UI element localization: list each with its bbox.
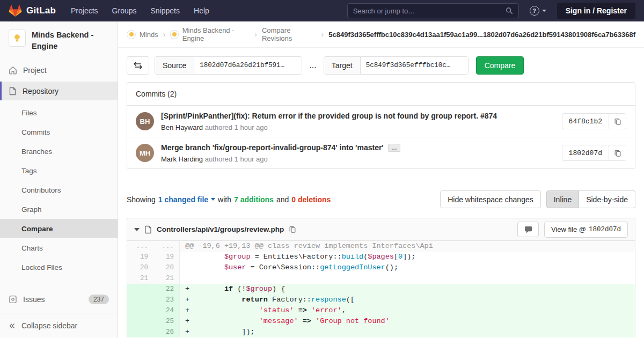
stats-with: with: [218, 195, 231, 204]
new-line-number[interactable]: 24: [153, 305, 180, 316]
old-line-number[interactable]: [127, 327, 153, 337]
code-line: + if (!$group) {: [180, 284, 635, 295]
search-icon[interactable]: [506, 7, 513, 14]
sign-in-button[interactable]: Sign in / Register: [557, 3, 635, 19]
commit-item: BH [Sprint/PinkPanther](fix): Return err…: [127, 106, 635, 137]
changed-files-dropdown[interactable]: 1 changed file: [158, 195, 215, 204]
source-input[interactable]: [194, 57, 302, 74]
sidebar-item-branches[interactable]: Branches: [0, 142, 118, 161]
issues-icon: [9, 295, 17, 304]
commit-author[interactable]: Mark Harding: [161, 155, 203, 163]
project-context[interactable]: Minds Backend - Engine: [0, 21, 118, 58]
gitlab-logo[interactable]: GitLab: [9, 4, 56, 17]
help-dropdown[interactable]: ?: [530, 6, 546, 16]
double-chevron-left-icon: [9, 322, 16, 329]
commit-title[interactable]: [Sprint/PinkPanther](fix): Return error …: [161, 112, 497, 120]
commit-author[interactable]: Ben Hayward: [161, 123, 203, 131]
nav-item-snippets[interactable]: Snippets: [145, 4, 185, 18]
sidebar-item-files[interactable]: Files: [0, 103, 118, 122]
new-line-number[interactable]: 19: [153, 252, 180, 262]
old-line-number[interactable]: ...: [127, 241, 153, 252]
commits-header: Commits (2): [127, 83, 635, 106]
gitlab-tanuki-icon: [9, 4, 22, 17]
sidebar-item-tags[interactable]: Tags: [0, 161, 118, 180]
commit-sha-group: 1802d07d: [562, 145, 626, 161]
nav-item-help[interactable]: Help: [188, 4, 215, 18]
nav-item-projects[interactable]: Projects: [65, 4, 104, 18]
breadcrumb-item-project[interactable]: Minds Backend - Engine: [170, 26, 250, 42]
code-line: [180, 273, 635, 284]
swap-revisions-button[interactable]: [127, 56, 149, 75]
copy-file-path-button[interactable]: [289, 225, 296, 233]
copy-sha-button[interactable]: [609, 114, 626, 129]
search-input[interactable]: [353, 7, 506, 15]
side-by-side-view-button[interactable]: Side-by-side: [579, 190, 635, 208]
new-line-number[interactable]: 20: [153, 262, 180, 273]
deletions-count: 0 deletions: [291, 195, 331, 204]
main-content: Minds › Minds Backend - Engine › Compare…: [118, 21, 644, 338]
old-line-number[interactable]: 19: [127, 252, 153, 262]
sidebar-item-project[interactable]: Project: [0, 61, 118, 79]
commit-sha[interactable]: 1802d07d: [562, 145, 609, 160]
old-line-number[interactable]: 20: [127, 262, 153, 273]
breadcrumb-item-minds[interactable]: Minds: [127, 30, 158, 39]
new-line-number[interactable]: 21: [153, 273, 180, 284]
commit-expander-button[interactable]: …: [388, 144, 400, 152]
collapse-sidebar-button[interactable]: Collapse sidebar: [0, 313, 118, 338]
code-line: $user = Core\Session::getLoggedInUser();: [180, 262, 635, 273]
sidebar-item-contributors[interactable]: Contributors: [0, 180, 118, 200]
repository-icon: [9, 87, 17, 95]
view-file-button[interactable]: View file @ 1802d07d: [544, 222, 628, 238]
sidebar-item-charts[interactable]: Charts: [0, 238, 118, 258]
code-line: + return Factory::response([: [180, 295, 635, 305]
sidebar-item-locked-files[interactable]: Locked Files: [0, 258, 118, 277]
new-line-number[interactable]: 26: [153, 327, 180, 337]
sidebar-item-issues[interactable]: Issues 237: [0, 290, 118, 308]
breadcrumb-link[interactable]: Minds Backend - Engine: [182, 26, 250, 42]
new-line-number[interactable]: 22: [153, 284, 180, 295]
collapse-file-caret-icon[interactable]: [134, 228, 140, 231]
copy-sha-button[interactable]: [609, 145, 626, 160]
old-line-number[interactable]: [127, 295, 153, 305]
nav-item-groups[interactable]: Groups: [107, 4, 142, 18]
view-file-sha: 1802d07d: [589, 226, 621, 233]
stats-and: and: [276, 195, 289, 204]
diff-stats-bar: Showing 1 changed file with 7 additions …: [118, 169, 644, 208]
old-line-number[interactable]: [127, 316, 153, 327]
global-search: [347, 3, 519, 18]
new-line-number[interactable]: 25: [153, 316, 180, 327]
commit-sha[interactable]: 64f8c1b2: [562, 114, 609, 129]
new-line-number[interactable]: ...: [153, 241, 180, 252]
diff-line: 24+ 'status' => 'error',: [127, 305, 635, 316]
sidebar-item-commits[interactable]: Commits: [0, 122, 118, 142]
file-path[interactable]: Controllers/api/v1/groups/review.php: [157, 225, 284, 233]
sidebar-item-graph[interactable]: Graph: [0, 200, 118, 219]
copy-icon: [614, 117, 621, 126]
hide-whitespace-button[interactable]: Hide whitespace changes: [440, 190, 541, 208]
breadcrumb-link[interactable]: Minds: [140, 31, 158, 39]
additions-count: 7 additions: [234, 195, 274, 204]
compare-button[interactable]: Compare: [476, 56, 524, 75]
group-avatar: [127, 30, 136, 39]
old-line-number[interactable]: [127, 284, 153, 295]
issues-count-badge: 237: [89, 295, 109, 304]
new-line-number[interactable]: 23: [153, 295, 180, 305]
code-line: + 'message' => 'Group not found': [180, 316, 635, 327]
old-line-number[interactable]: [127, 305, 153, 316]
old-line-number[interactable]: 21: [127, 273, 153, 284]
inline-view-button[interactable]: Inline: [546, 190, 579, 208]
sidebar-item-repository[interactable]: Repository: [0, 82, 118, 100]
commit-title[interactable]: Merge branch 'fix/group-report-invalid-g…: [161, 143, 384, 152]
target-input[interactable]: [361, 57, 468, 74]
view-file-label: View file @: [551, 225, 586, 233]
breadcrumb-link-compare-revisions[interactable]: Compare Revisions: [262, 26, 317, 42]
file-diff-panel: Controllers/api/v1/groups/review.php Vi: [127, 218, 635, 337]
file-comment-button[interactable]: [517, 222, 539, 237]
diff-view-toggle: Inline Side-by-side: [546, 190, 635, 208]
avatar: BH: [136, 112, 154, 130]
file-icon: [144, 225, 152, 234]
stats-showing: Showing: [127, 195, 156, 204]
sidebar-item-compare[interactable]: Compare: [0, 219, 118, 238]
commit-info: [Sprint/PinkPanther](fix): Return error …: [161, 111, 562, 131]
diff-line: 26+ ]);: [127, 327, 635, 337]
